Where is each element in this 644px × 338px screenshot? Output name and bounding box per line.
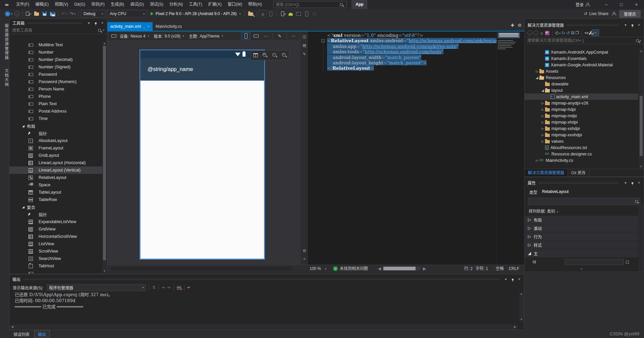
- next-message-icon[interactable]: ⇥: [167, 285, 170, 290]
- tree-collapsed-icon[interactable]: ▷: [540, 114, 545, 118]
- close-button[interactable]: ×: [629, 0, 644, 9]
- tree-row[interactable]: ▷mipmap-mdpi: [525, 113, 638, 119]
- properties-scrollbar[interactable]: [639, 203, 643, 271]
- menu-item[interactable]: 项目(P): [88, 0, 108, 9]
- tree-row[interactable]: ▷values: [525, 138, 638, 144]
- toolbox-item[interactable]: [9, 270, 102, 274]
- minimize-button[interactable]: –: [599, 0, 614, 9]
- relative-layout-canvas[interactable]: [140, 80, 264, 259]
- menu-item[interactable]: 测试(S): [147, 0, 166, 9]
- toolbox-item[interactable]: SearchView: [9, 255, 102, 262]
- menu-item[interactable]: 窗口(W): [225, 0, 245, 9]
- home-button[interactable]: ⌂: [259, 10, 267, 17]
- wrench-icon[interactable]: [589, 31, 592, 35]
- start-debug-button[interactable]: Pixel 2 Pie 9.0 - API 28 (Android 9.0 - …: [148, 11, 243, 16]
- back-icon[interactable]: ←: [527, 30, 532, 36]
- toolbox-item[interactable]: Postal Address: [9, 108, 102, 115]
- bottom-tab-错误列表[interactable]: 错误列表: [10, 331, 33, 338]
- version-selector[interactable]: 版本: 9.0 (v28) ▾: [154, 33, 184, 39]
- tree-expanded-icon[interactable]: ◢: [540, 89, 545, 92]
- designer-horizontal-scrollbar[interactable]: [111, 267, 292, 270]
- zoom-fit-icon[interactable]: ⇱: [262, 53, 268, 58]
- toolbox-item[interactable]: RelativeLayout: [9, 174, 102, 181]
- toolbox-item[interactable]: Phone: [9, 93, 102, 100]
- phone-preview[interactable]: @string/app_name: [140, 50, 265, 260]
- close-icon[interactable]: ×: [517, 277, 522, 281]
- toolbox-item[interactable]: TableLayout: [9, 189, 102, 196]
- tree-collapsed-icon[interactable]: ▷: [540, 102, 545, 105]
- property-section-行为[interactable]: ▷行为: [525, 232, 638, 241]
- code-fold-icon[interactable]: −: [321, 39, 325, 43]
- chevron-down-icon[interactable]: ▾: [623, 23, 628, 27]
- toolbox-item[interactable]: LinearLayout (Horizontal): [9, 159, 102, 166]
- editor-zoom-level[interactable]: 100 %: [310, 265, 321, 272]
- properties-search-box[interactable]: [528, 198, 640, 205]
- profiler-button[interactable]: [311, 10, 318, 17]
- toolbox-item[interactable]: HorizontalScrollView: [9, 233, 102, 240]
- tree-row[interactable]: ▷Assets: [525, 68, 638, 74]
- device-layout-button[interactable]: [303, 10, 310, 17]
- toolbox-item[interactable]: GridView: [9, 225, 102, 233]
- tree-expanded-icon[interactable]: ◢: [535, 76, 539, 79]
- collapse-all-icon[interactable]: ⊟: [571, 30, 574, 35]
- property-section-滚动[interactable]: ▷滚动: [525, 224, 638, 232]
- tree-collapsed-icon[interactable]: ▷: [540, 133, 545, 137]
- live-share-button[interactable]: ↺ Live Share: [584, 11, 608, 16]
- tree-collapsed-icon[interactable]: ▷: [535, 159, 539, 162]
- toolbox-item[interactable]: GridLayout: [9, 152, 102, 159]
- panel-tab-解决方案资源管理器[interactable]: 解决方案资源管理器: [525, 169, 568, 177]
- pin-icon[interactable]: [93, 21, 98, 25]
- arrange-by-selector[interactable]: 排列依据: 类别 ▾: [525, 206, 644, 216]
- menu-item[interactable]: 视图(V): [52, 0, 71, 9]
- code-line[interactable]: <RelativeLayout xmlns:android="http://sc…: [308, 38, 496, 43]
- toolbox-item[interactable]: FrameLayout: [9, 144, 102, 152]
- quick-search-box[interactable]: [273, 1, 346, 8]
- output-vscrollbar[interactable]: ▲ ▼: [519, 292, 524, 322]
- swap-panes-icon[interactable]: ✎: [302, 52, 307, 57]
- toolbox-scrollbar[interactable]: ▲ ▼: [102, 41, 107, 273]
- view-code-icon[interactable]: <>: [585, 31, 589, 35]
- toolbox-item[interactable]: Person Name: [9, 85, 102, 93]
- output-source-combo[interactable]: 程序包管理器 ▾: [47, 284, 146, 291]
- document-outline-tab[interactable]: 文档大纲: [0, 65, 9, 90]
- portrait-orientation-button[interactable]: [241, 32, 250, 40]
- expand-chevron-icon[interactable]: ⌄: [525, 266, 638, 270]
- tab-activity_main.xml[interactable]: activity_main.xml×: [107, 22, 153, 31]
- theme-selector[interactable]: 主题: AppTheme ▾: [189, 33, 223, 39]
- toolbox-item[interactable]: Password (Numeric): [9, 78, 102, 85]
- previous-message-icon[interactable]: ⇤: [162, 285, 165, 290]
- tree-row[interactable]: Xamarin.Essentials: [525, 55, 638, 62]
- pin-icon[interactable]: [630, 181, 635, 185]
- tree-collapsed-icon[interactable]: ▷: [540, 127, 545, 130]
- scroll-up-arrow[interactable]: ▲: [519, 292, 524, 296]
- refresh-icon[interactable]: ↻: [561, 30, 565, 36]
- code-line[interactable]: xmlns:tools="http://schemas.android.com/…: [308, 49, 496, 54]
- pin-icon[interactable]: [510, 277, 515, 281]
- toolbox-item[interactable]: ListView: [9, 240, 102, 248]
- xml-source-editor[interactable]: − <?xml version="1.0" encoding="utf-8"?>…: [308, 31, 524, 265]
- tree-row[interactable]: ▷mipmap-xhdpi: [525, 119, 638, 125]
- more-options-icon[interactable]: ⋯: [262, 32, 270, 40]
- restore-button[interactable]: □: [614, 0, 629, 9]
- menu-item[interactable]: 工具(T): [186, 0, 205, 9]
- toolbox-item[interactable]: Time: [9, 115, 102, 122]
- hscroll-track[interactable]: [383, 267, 420, 270]
- close-icon[interactable]: ×: [147, 24, 149, 28]
- menu-item[interactable]: Git(G): [71, 0, 88, 9]
- pin-icon[interactable]: [630, 23, 635, 27]
- toolbox-item[interactable]: ScrollView: [9, 248, 102, 255]
- tree-row[interactable]: ▷mipmap-hdpi: [525, 106, 638, 113]
- scroll-down-arrow[interactable]: ▼: [102, 269, 107, 273]
- chevron-down-icon[interactable]: ▾: [103, 29, 104, 32]
- menu-item[interactable]: 调试(D): [127, 0, 147, 9]
- menu-item[interactable]: 生成(B): [108, 0, 127, 9]
- properties-search-input[interactable]: [530, 199, 635, 204]
- menu-item[interactable]: 分析(N): [166, 0, 186, 9]
- toolbox-item[interactable]: Password: [9, 71, 102, 78]
- code-line[interactable]: android:layout_height="match_parent">: [308, 60, 496, 65]
- server-explorer-tab[interactable]: 服务器资源管理器: [0, 20, 9, 63]
- toolbox-item[interactable]: Space: [9, 181, 102, 189]
- forward-icon[interactable]: →: [533, 30, 538, 36]
- find-in-files-button[interactable]: [247, 10, 255, 17]
- toolbox-item[interactable]: Number (Signed): [9, 63, 102, 71]
